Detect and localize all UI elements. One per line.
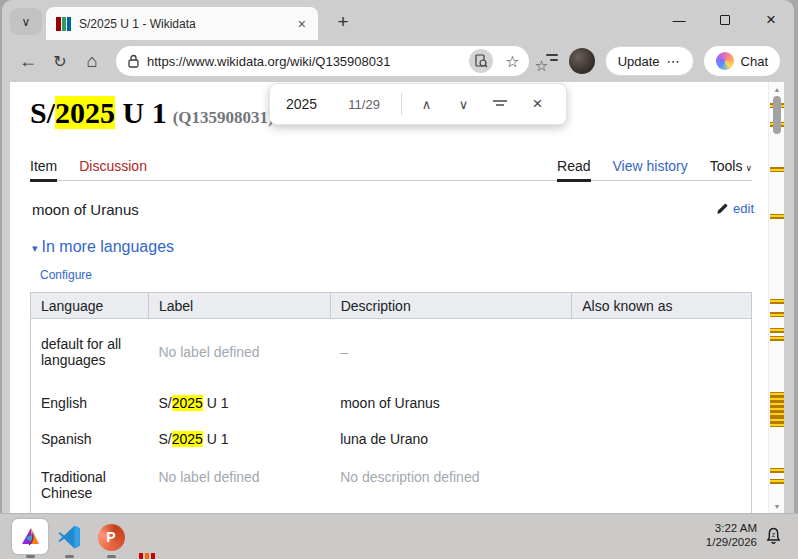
vertical-scrollbar[interactable]: ▲ ▼ (768, 82, 784, 513)
tab-title: S/2025 U 1 - Wikidata (79, 17, 288, 31)
tab-tools[interactable]: Tools∨ (710, 158, 752, 180)
table-row: Spanish S/2025 U 1 luna de Urano (31, 421, 752, 457)
pencil-icon (716, 202, 729, 215)
more-languages-label: In more languages (42, 238, 175, 255)
title-prefix: S/ (30, 96, 55, 129)
find-previous-button[interactable]: ∧ (408, 89, 445, 119)
terms-table: Language Label Description Also known as… (30, 292, 752, 513)
taskbar-clock[interactable]: 3:22 AM 1/29/2026 (706, 521, 757, 549)
scroll-up-button[interactable]: ▲ (769, 82, 784, 96)
browser-window: ∨ S/2025 U 1 - Wikidata × + — × ← ↻ ⌂ (2, 0, 794, 513)
title-highlight: 2025 (55, 96, 115, 129)
home-button[interactable]: ⌂ (80, 47, 104, 75)
chevron-down-icon: ∨ (22, 15, 31, 29)
cell-language: Spanish (31, 421, 149, 457)
find-match-mark (770, 312, 784, 317)
bar-icon (151, 553, 155, 559)
running-indicator (107, 555, 116, 558)
find-close-button[interactable]: × (519, 89, 556, 119)
tab-view-history[interactable]: View history (613, 158, 688, 180)
back-button[interactable]: ← (16, 47, 40, 75)
find-bar: 2025 11/29 ∧ ∨ × (269, 83, 567, 125)
taskbar: P 3:22 AM 1/29/2026 z (0, 513, 798, 559)
address-bar[interactable]: https://www.wikidata.org/wiki/Q135908031… (116, 46, 529, 76)
tab-read[interactable]: Read (557, 158, 590, 182)
more-languages-toggle[interactable]: ▾In more languages (32, 238, 174, 256)
maximize-icon (720, 15, 730, 25)
cell-label: S/2025 U 1 (148, 421, 330, 457)
tools-label: Tools (710, 158, 743, 174)
copilot-chat-button[interactable]: Chat (704, 46, 780, 76)
update-label: Update (618, 54, 660, 69)
tab-item[interactable]: Item (30, 158, 57, 182)
origami-app-icon (18, 525, 42, 549)
bar-icon (145, 553, 149, 559)
back-icon: ← (19, 51, 37, 72)
plus-icon: + (337, 11, 348, 33)
label-prefix: S/ (158, 395, 171, 411)
favorites-hub-button[interactable]: ☆ (537, 50, 559, 72)
entity-id: (Q135908031) (173, 108, 274, 127)
label-highlight: 2025 (172, 395, 203, 411)
wikidata-favicon-icon (56, 17, 71, 31)
cell-description: luna de Urano (330, 421, 572, 457)
find-match-mark (770, 422, 784, 427)
tab-close-icon[interactable]: × (296, 16, 308, 32)
cell-aka (572, 457, 752, 513)
browser-tab[interactable]: S/2025 U 1 - Wikidata × (46, 7, 318, 40)
label-suffix: U 1 (203, 431, 229, 447)
cell-aka (572, 421, 752, 457)
url-text[interactable]: https://www.wikidata.org/wiki/Q135908031 (147, 54, 461, 69)
notification-bell-button[interactable]: z (765, 527, 782, 549)
refresh-icon: ↻ (53, 52, 66, 71)
home-icon: ⌂ (87, 51, 98, 72)
find-match-count: 11/29 (348, 97, 399, 112)
tab-strip: ∨ S/2025 U 1 - Wikidata × + — × (2, 0, 794, 40)
edit-link[interactable]: edit (716, 201, 754, 216)
maximize-button[interactable] (702, 0, 748, 40)
find-match-mark (770, 214, 784, 219)
lock-icon (128, 54, 139, 68)
cell-language: English (31, 385, 149, 421)
label-prefix: S/ (158, 431, 171, 447)
scroll-down-button[interactable]: ▼ (769, 499, 784, 513)
toolbar-right-group: ☆ Update ⋯ Chat (537, 46, 780, 76)
find-options-button[interactable] (482, 89, 519, 119)
favorite-star-icon[interactable]: ☆ (501, 52, 523, 71)
update-button[interactable]: Update ⋯ (605, 46, 694, 76)
chevron-down-icon: ∨ (459, 97, 469, 112)
taskbar-partial-icon[interactable] (139, 553, 157, 559)
line-icon (550, 59, 558, 61)
edit-label: edit (733, 201, 754, 216)
label-suffix: U 1 (203, 395, 229, 411)
page-content: S/2025 U 1(Q135908031) Item Discussion R… (10, 82, 784, 513)
chevron-down-icon: ∨ (745, 163, 752, 173)
browser-toolbar: ← ↻ ⌂ https://www.wikidata.org/wiki/Q135… (2, 40, 794, 82)
taskbar-vscode-button[interactable] (55, 523, 83, 551)
profile-avatar[interactable] (569, 48, 595, 74)
minimize-button[interactable]: — (656, 0, 702, 40)
close-button[interactable]: × (748, 0, 794, 40)
configure-link[interactable]: Configure (40, 268, 92, 282)
taskbar-powerpoint-button[interactable]: P (96, 522, 126, 552)
new-tab-button[interactable]: + (329, 9, 357, 35)
bell-dnd-icon: z (765, 527, 782, 545)
vscode-icon (56, 524, 82, 550)
find-match-mark (770, 328, 784, 333)
cell-language: Traditional Chinese (31, 457, 149, 513)
star-lines-icon: ☆ (535, 57, 548, 75)
find-next-button[interactable]: ∨ (445, 89, 482, 119)
filter-lines-icon (492, 97, 508, 111)
refresh-button[interactable]: ↻ (48, 47, 72, 75)
cell-description: – (330, 319, 572, 385)
table-row: Traditional Chinese No label defined No … (31, 457, 752, 513)
table-header-row: Language Label Description Also known as (31, 293, 752, 319)
tab-discussion[interactable]: Discussion (79, 158, 147, 180)
more-menu-icon[interactable]: ⋯ (667, 54, 681, 69)
scrollbar-thumb[interactable] (773, 96, 781, 134)
find-query-input[interactable]: 2025 (286, 96, 348, 112)
cell-description: No description defined (330, 457, 572, 513)
taskbar-app-button[interactable] (12, 519, 48, 554)
tab-actions-menu-button[interactable]: ∨ (10, 8, 42, 35)
find-on-page-indicator[interactable] (469, 49, 493, 73)
